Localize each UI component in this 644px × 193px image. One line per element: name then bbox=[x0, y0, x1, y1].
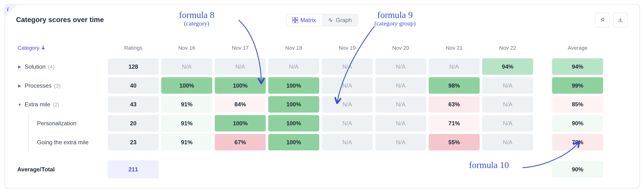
download-icon bbox=[617, 17, 624, 23]
date-header[interactable]: Nov 20 bbox=[374, 41, 428, 54]
score-cell[interactable]: 84% bbox=[215, 96, 266, 113]
score-cell[interactable]: N/A bbox=[322, 58, 373, 75]
date-header[interactable]: Nov 19 bbox=[320, 41, 374, 54]
score-cell[interactable]: N/A bbox=[429, 58, 480, 75]
pin-button[interactable] bbox=[595, 13, 610, 28]
date-header[interactable]: Nov 18 bbox=[267, 41, 320, 54]
score-cell[interactable]: N/A bbox=[375, 77, 426, 94]
category-label: Solution bbox=[25, 63, 46, 70]
matrix-tab[interactable]: Matrix bbox=[286, 14, 322, 26]
score-cell[interactable]: N/A bbox=[482, 96, 533, 113]
footer-label: Average/Total bbox=[16, 160, 107, 179]
score-cell[interactable]: 67% bbox=[215, 134, 266, 150]
average-cell[interactable]: 90% bbox=[552, 115, 603, 131]
ratings-value: 20 bbox=[108, 115, 159, 131]
category-count: (4) bbox=[48, 64, 54, 70]
score-cell[interactable]: 100% bbox=[161, 77, 212, 94]
table-row: ▶Processes (3)40100%100%100%N/AN/A98%N/A… bbox=[16, 76, 628, 95]
average-header[interactable]: Average bbox=[551, 41, 604, 54]
score-cell[interactable]: 100% bbox=[268, 96, 319, 113]
score-cell[interactable]: 100% bbox=[215, 77, 266, 94]
svg-rect-3 bbox=[295, 21, 298, 23]
score-cell[interactable]: 94% bbox=[482, 58, 533, 75]
table-row: ▼Extra mile (2)4391%84%100%N/AN/A63%N/A8… bbox=[16, 95, 628, 114]
score-cell[interactable]: N/A bbox=[482, 115, 533, 131]
ratings-value: 23 bbox=[108, 134, 159, 150]
score-cell[interactable]: N/A bbox=[375, 115, 426, 131]
view-toggle: Matrix Graph bbox=[286, 14, 358, 26]
score-cell[interactable]: 100% bbox=[268, 134, 319, 150]
score-cell[interactable]: N/A bbox=[482, 134, 533, 150]
category-label: Personalization bbox=[37, 120, 76, 127]
footer-row: Average/Total 211 90% bbox=[16, 160, 628, 179]
date-header[interactable]: Nov 16 bbox=[160, 41, 214, 54]
score-cell[interactable]: N/A bbox=[215, 58, 266, 75]
score-cell[interactable]: 98% bbox=[429, 77, 480, 94]
average-cell[interactable]: 99% bbox=[552, 77, 603, 94]
category-label: Processes bbox=[25, 82, 52, 89]
ratings-value: 43 bbox=[108, 96, 159, 113]
score-cell[interactable]: 91% bbox=[161, 115, 212, 131]
footer-average: 90% bbox=[552, 161, 603, 178]
score-cell[interactable]: N/A bbox=[482, 77, 533, 94]
pin-icon bbox=[599, 17, 606, 23]
total-badge: 211 bbox=[108, 160, 159, 178]
date-header[interactable]: Nov 21 bbox=[428, 41, 481, 54]
score-cell[interactable]: N/A bbox=[375, 58, 426, 75]
graph-label: Graph bbox=[336, 17, 352, 23]
score-cell[interactable]: 91% bbox=[161, 96, 212, 113]
date-header[interactable]: Nov 17 bbox=[214, 41, 267, 54]
category-cell[interactable]: Going the extra mile bbox=[16, 133, 107, 152]
score-cell[interactable]: N/A bbox=[322, 134, 373, 150]
score-cell[interactable]: N/A bbox=[268, 58, 319, 75]
score-cell[interactable]: 100% bbox=[215, 115, 266, 131]
score-cell[interactable]: N/A bbox=[375, 96, 426, 113]
table-row: ▶Solution (4)128N/AN/AN/AN/AN/AN/A94%94% bbox=[16, 57, 628, 76]
category-cell[interactable]: ▼Extra mile (2) bbox=[16, 95, 107, 114]
average-cell[interactable]: 85% bbox=[552, 96, 603, 113]
scores-card: i Category scores over time Matrix Graph bbox=[4, 4, 640, 188]
score-cell[interactable]: 91% bbox=[161, 134, 212, 150]
score-cell[interactable]: N/A bbox=[375, 134, 426, 150]
svg-rect-2 bbox=[292, 21, 294, 23]
graph-tab[interactable]: Graph bbox=[322, 14, 358, 26]
score-cell[interactable]: N/A bbox=[161, 58, 212, 75]
grid-icon bbox=[292, 17, 298, 23]
category-count: (3) bbox=[54, 82, 60, 89]
ratings-value: 128 bbox=[108, 58, 159, 75]
download-button[interactable] bbox=[613, 13, 628, 28]
chevron-right-icon[interactable]: ▶ bbox=[17, 64, 22, 69]
chevron-right-icon[interactable]: ▶ bbox=[17, 83, 22, 88]
category-cell[interactable]: ▶Processes (3) bbox=[16, 76, 107, 95]
score-cell[interactable]: 100% bbox=[268, 77, 319, 94]
chevron-down-icon[interactable]: ▼ bbox=[17, 102, 22, 107]
table-header-row: Category Ratings Nov 16 Nov 17 Nov 18 No… bbox=[16, 38, 628, 57]
score-cell[interactable]: 63% bbox=[429, 96, 480, 113]
ratings-value: 40 bbox=[108, 77, 159, 94]
scores-table: Category Ratings Nov 16 Nov 17 Nov 18 No… bbox=[16, 38, 628, 179]
score-cell[interactable]: 71% bbox=[429, 115, 480, 131]
card-title: Category scores over time bbox=[16, 16, 104, 24]
score-cell[interactable]: 55% bbox=[429, 134, 480, 150]
category-cell[interactable]: Personalization bbox=[16, 114, 107, 133]
average-cell[interactable]: 94% bbox=[552, 58, 603, 75]
ratings-header[interactable]: Ratings bbox=[106, 41, 160, 54]
svg-rect-1 bbox=[295, 17, 298, 20]
table-row: Personalization2091%100%100%N/AN/A71%N/A… bbox=[16, 114, 628, 133]
category-label: Going the extra mile bbox=[37, 139, 89, 146]
date-header[interactable]: Nov 22 bbox=[481, 41, 534, 54]
matrix-label: Matrix bbox=[300, 17, 316, 23]
activity-icon bbox=[328, 17, 333, 23]
category-cell[interactable]: ▶Solution (4) bbox=[16, 57, 107, 76]
table-row: Going the extra mile2391%67%100%N/AN/A55… bbox=[16, 133, 628, 152]
average-cell[interactable]: 78% bbox=[552, 134, 603, 150]
category-header[interactable]: Category bbox=[16, 41, 107, 54]
category-label: Extra mile bbox=[25, 101, 50, 108]
score-cell[interactable]: N/A bbox=[322, 96, 373, 113]
score-cell[interactable]: N/A bbox=[322, 115, 373, 131]
arrow-down-icon bbox=[41, 45, 45, 50]
category-count: (2) bbox=[53, 101, 59, 108]
score-cell[interactable]: 100% bbox=[268, 115, 319, 131]
svg-rect-0 bbox=[292, 17, 294, 20]
score-cell[interactable]: N/A bbox=[322, 77, 373, 94]
